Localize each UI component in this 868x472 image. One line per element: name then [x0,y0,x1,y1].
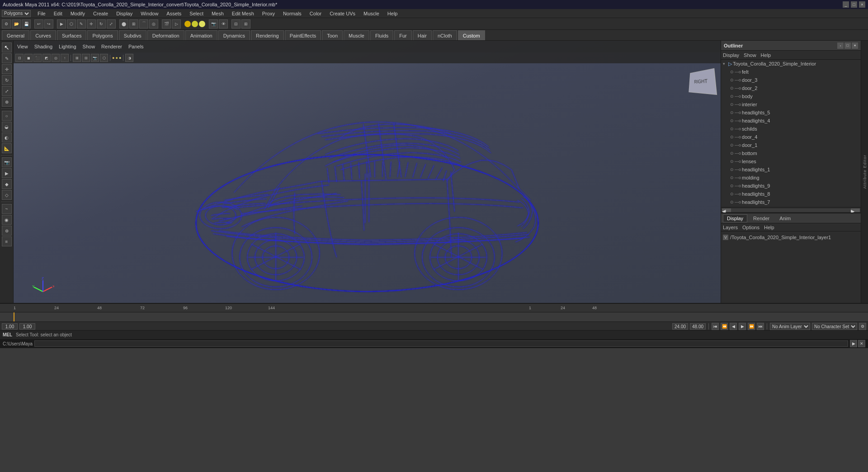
outliner-close-btn[interactable]: × [852,42,858,49]
attribute-editor-tab[interactable]: Attribute Editor [863,155,867,189]
menu-item-muscle[interactable]: Muscle [362,11,381,16]
menu-item-edit-mesh[interactable]: Edit Mesh [231,11,255,16]
shelf-tab-fluids[interactable]: Fluids [370,30,393,40]
graph-btn[interactable]: ~ [2,204,12,214]
viewport-menu-renderer[interactable]: Renderer [99,43,124,50]
vp-btn-wireframe[interactable]: ⊡ [15,54,24,62]
light-btn-2[interactable] [192,21,198,27]
toolbar-btn-save[interactable]: 💾 [22,19,31,28]
shelf-tab-hair[interactable]: Hair [413,30,432,40]
outliner-menu-display[interactable]: Display [723,52,739,58]
shelf-tab-surfaces[interactable]: Surfaces [57,30,86,40]
camera-btn[interactable]: 📷 [2,157,12,167]
outliner-list[interactable]: ▾▷Toyota_Corolla_2020_Simple_Interior⊙—o… [721,60,861,207]
outliner-item-door-1[interactable]: ⊙—odoor_1 [721,141,861,149]
vp-btn-iso[interactable]: ⬡ [100,54,108,62]
shelf-tab-fur[interactable]: Fur [394,30,412,40]
outliner-item-felt[interactable]: ⊙—ofelt [721,68,861,76]
menu-item-help[interactable]: Help [386,11,399,16]
rb-tab-anim[interactable]: Anim [775,214,795,222]
view-cube[interactable]: RIGHT [684,68,716,99]
light-btn-3[interactable] [199,21,205,27]
paint-select-btn[interactable]: ✎ [2,53,12,63]
scale-tool-btn[interactable]: ⤢ [2,86,12,96]
toolbar-btn-undo[interactable]: ↩ [34,19,43,28]
menu-item-file[interactable]: File [36,11,47,16]
close-button[interactable]: × [859,1,865,8]
cmd-clear-btn[interactable]: ✕ [858,340,865,347]
shelf-tab-custom[interactable]: Custom [458,30,485,40]
outliner-item-schilds[interactable]: ⊙—oschilds [721,125,861,133]
outliner-min-btn[interactable]: - [837,42,844,49]
playback-end-btn[interactable]: ⏭ [757,323,764,330]
viewport-menu-lighting[interactable]: Lighting [57,43,78,50]
outliner-item-toyota-corolla-2020-simple-interior[interactable]: ▾▷Toyota_Corolla_2020_Simple_Interior [721,60,861,68]
viewport-menu-view[interactable]: View [15,43,30,50]
outliner-menu-show[interactable]: Show [744,52,756,58]
outliner-item-headlights-8[interactable]: ⊙—oheadlights_8 [721,190,861,198]
anim-layer-select[interactable]: No Anim Layer [770,323,810,330]
rb-menu-help[interactable]: Help [764,225,774,230]
char-set-select[interactable]: No Character Set [812,323,857,330]
vp-btn-hud[interactable]: ⊟ [82,54,90,62]
show-hide-btn[interactable]: ◐ [2,132,12,142]
menu-item-select[interactable]: Select [188,11,205,16]
toolbar-btn-2[interactable]: 📂 [12,19,21,28]
toolbar-btn-paint[interactable]: ✎ [77,19,86,28]
set-keys-btn[interactable]: ◆ [2,179,12,189]
timeline-track[interactable] [0,312,868,322]
playback-play-btn[interactable]: ▶ [739,323,746,330]
toolbar-btn-1[interactable]: ⚙ [2,19,11,28]
menu-item-proxy[interactable]: Proxy [261,11,276,16]
shelf-tab-painteffects[interactable]: PaintEffects [285,30,321,40]
outliner-item-headlights-1[interactable]: ⊙—oheadlights_1 [721,165,861,174]
vp-btn-shaded[interactable]: ◼ [24,54,33,62]
layer-visibility-btn[interactable]: V [723,235,728,240]
vp-btn-normals[interactable]: ↑ [61,54,69,62]
rb-menu-layers[interactable]: Layers [723,225,738,230]
menu-item-modify[interactable]: Modify [69,11,86,16]
cmd-run-btn[interactable]: ▶ [850,340,857,347]
timeline-start-input[interactable] [2,323,18,330]
timeline-end-input2[interactable] [690,323,706,330]
timeline-current-input[interactable] [19,323,35,330]
outliner-hscroll[interactable]: ◀ ▶ [721,207,861,212]
menu-item-assets[interactable]: Assets [165,11,183,16]
viewport-menu-shading[interactable]: Shading [33,43,54,50]
outliner-item-molding[interactable]: ⊙—omolding [721,174,861,182]
playback-start-btn[interactable]: ⏮ [712,323,719,330]
toolbar-btn-scale[interactable]: ⤢ [107,19,116,28]
toolbar-btn-select[interactable]: ▶ [57,19,66,28]
menu-item-edit[interactable]: Edit [52,11,64,16]
playback-forward-btn[interactable]: ⏩ [748,323,755,330]
menu-item-window[interactable]: Window [139,11,160,16]
rb-menu-options[interactable]: Options [742,225,760,230]
pose-btn[interactable]: ⊛ [2,226,12,236]
toolbar-btn-snap-point[interactable]: ◎ [149,19,158,28]
playback-back-btn[interactable]: ◀ [730,323,737,330]
toolbar-btn-redo[interactable]: ↪ [44,19,53,28]
rotate-tool-btn[interactable]: ↻ [2,75,12,85]
view-cube-box[interactable]: RIGHT [689,68,717,95]
rb-tab-display[interactable]: Display [723,214,747,222]
viewport-menu-panels[interactable]: Panels [127,43,146,50]
shelf-tab-subdivs[interactable]: Subdivs [119,30,146,40]
render-btn[interactable]: ▶ [2,168,12,178]
shelf-tab-toon[interactable]: Toon [322,30,343,40]
vp-btn-shading-toggle[interactable]: ◑ [125,54,133,62]
hscroll-right[interactable]: ▶ [851,208,860,212]
outliner-item-headlights-9[interactable]: ⊙—oheadlights_9 [721,182,861,190]
outliner-item-body[interactable]: ⊙—obody [721,92,861,100]
command-input[interactable] [34,340,848,347]
shelf-tab-rendering[interactable]: Rendering [251,30,284,40]
toolbar-btn-snap-curve[interactable]: ⌒ [139,19,148,28]
universal-manip-btn[interactable]: ⊕ [2,97,12,107]
toolbar-btn-grid[interactable]: ⊞ [241,19,250,28]
toolbar-btn-ipr[interactable]: ▷ [172,19,181,28]
shelf-tab-general[interactable]: General [2,30,29,40]
toolbar-btn-snap-grid[interactable]: ⊞ [129,19,138,28]
misc-btn[interactable]: ≡ [2,236,12,246]
menu-item-normals[interactable]: Normals [282,11,303,16]
menu-item-create[interactable]: Create [92,11,109,16]
minimize-button[interactable]: _ [843,1,849,8]
